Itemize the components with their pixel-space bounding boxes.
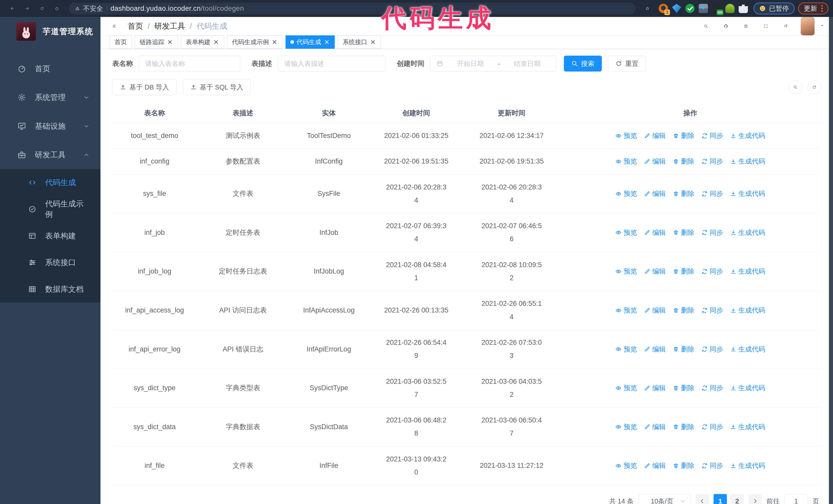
action-预览[interactable]: 预览 (615, 459, 637, 472)
action-预览[interactable]: 预览 (615, 421, 637, 433)
extension-grid-icon[interactable] (699, 4, 708, 13)
action-同步[interactable]: 同步 (701, 265, 723, 278)
sidebar-subitem-系统接口[interactable]: 系统接口 (0, 249, 100, 276)
refresh-table-button[interactable] (807, 80, 821, 94)
action-生成代码[interactable]: 生成代码 (730, 129, 765, 142)
action-编辑[interactable]: 编辑 (644, 421, 666, 433)
action-同步[interactable]: 同步 (701, 226, 723, 239)
action-删除[interactable]: 删除 (673, 187, 694, 200)
action-同步[interactable]: 同步 (701, 343, 723, 356)
action-编辑[interactable]: 编辑 (644, 155, 666, 168)
tab-代码生成示例[interactable]: 代码生成示例 (227, 35, 282, 49)
tab-close-icon[interactable] (213, 39, 219, 45)
prev-page-button[interactable] (696, 494, 709, 504)
sidebar-subitem-数据库文档[interactable]: 数据库文档 (0, 276, 100, 303)
extension-puzzle-icon[interactable] (739, 4, 748, 13)
action-预览[interactable]: 预览 (615, 382, 637, 394)
action-编辑[interactable]: 编辑 (644, 226, 666, 239)
browser-menu-icon[interactable] (821, 5, 823, 12)
action-预览[interactable]: 预览 (615, 265, 637, 278)
tab-系统接口[interactable]: 系统接口 (338, 35, 381, 49)
action-生成代码[interactable]: 生成代码 (730, 226, 765, 239)
extension-gem-icon[interactable] (672, 4, 681, 13)
tab-链路追踪[interactable]: 链路追踪 (135, 35, 178, 49)
table-name-input[interactable]: 请输入表名称 (139, 56, 240, 72)
sidebar-item-研发工具[interactable]: 研发工具 (0, 141, 100, 169)
action-编辑[interactable]: 编辑 (644, 129, 666, 142)
action-预览[interactable]: 预览 (615, 343, 637, 356)
action-生成代码[interactable]: 生成代码 (730, 343, 765, 356)
reset-button[interactable]: 重置 (608, 56, 646, 72)
action-删除[interactable]: 删除 (673, 343, 694, 356)
action-预览[interactable]: 预览 (615, 187, 637, 200)
action-删除[interactable]: 删除 (673, 226, 694, 239)
tab-表单构建[interactable]: 表单构建 (181, 35, 224, 49)
tab-close-icon[interactable] (167, 39, 173, 45)
action-同步[interactable]: 同步 (701, 129, 723, 142)
action-编辑[interactable]: 编辑 (644, 187, 666, 200)
avatar-caret-icon[interactable] (820, 24, 824, 29)
tab-close-icon[interactable] (324, 39, 330, 45)
action-生成代码[interactable]: 生成代码 (730, 304, 765, 317)
import-db-button[interactable]: 基于 DB 导入 (112, 79, 176, 95)
action-同步[interactable]: 同步 (701, 155, 723, 168)
action-删除[interactable]: 删除 (673, 382, 694, 394)
date-range-input[interactable]: 开始日期 - 结束日期 (430, 56, 556, 72)
action-生成代码[interactable]: 生成代码 (730, 421, 765, 433)
tab-close-icon[interactable] (370, 39, 376, 45)
action-删除[interactable]: 删除 (673, 155, 694, 168)
help-icon[interactable] (741, 21, 751, 31)
sidebar-subitem-表单构建[interactable]: 表单构建 (0, 222, 100, 249)
action-删除[interactable]: 删除 (673, 304, 694, 317)
page-button-1[interactable]: 1 (714, 494, 727, 504)
browser-back-icon[interactable] (7, 3, 18, 14)
table-desc-input[interactable]: 请输入表描述 (278, 56, 385, 72)
github-icon[interactable] (721, 21, 731, 31)
action-预览[interactable]: 预览 (615, 226, 637, 239)
breadcrumb-home[interactable]: 首页 (128, 21, 143, 31)
goto-page-input[interactable] (784, 494, 808, 504)
paused-badge[interactable]: 已暂停 (754, 3, 794, 14)
header-search-icon[interactable] (701, 21, 711, 31)
import-sql-button[interactable]: 基于 SQL 导入 (183, 79, 251, 95)
font-size-icon[interactable] (781, 21, 791, 31)
sidebar-item-基础设施[interactable]: 基础设施 (0, 112, 100, 141)
action-同步[interactable]: 同步 (701, 187, 723, 200)
action-预览[interactable]: 预览 (615, 155, 637, 168)
action-编辑[interactable]: 编辑 (644, 459, 666, 472)
app-logo[interactable]: 芋道管理系统 (0, 17, 100, 46)
breadcrumb-tools[interactable]: 研发工具 (154, 21, 185, 31)
action-同步[interactable]: 同步 (701, 304, 723, 317)
action-编辑[interactable]: 编辑 (644, 343, 666, 356)
hamburger-icon[interactable] (109, 21, 120, 32)
action-删除[interactable]: 删除 (673, 421, 694, 433)
action-删除[interactable]: 删除 (673, 265, 694, 278)
action-生成代码[interactable]: 生成代码 (730, 187, 765, 200)
search-button[interactable]: 搜索 (564, 56, 602, 72)
action-同步[interactable]: 同步 (701, 382, 723, 394)
next-page-button[interactable] (748, 494, 762, 504)
extension-dark-icon[interactable]: on (712, 4, 721, 13)
page-button-2[interactable]: 2 (731, 494, 744, 504)
action-生成代码[interactable]: 生成代码 (730, 265, 765, 278)
bookmark-star-icon[interactable] (642, 3, 653, 14)
sidebar-item-系统管理[interactable]: 系统管理 (0, 83, 100, 112)
action-生成代码[interactable]: 生成代码 (730, 459, 765, 472)
action-预览[interactable]: 预览 (615, 129, 637, 142)
extension-check-green-icon[interactable] (685, 4, 695, 13)
address-bar[interactable]: 不安全 dashboard.yudao.iocoder.cn/tool/code… (69, 3, 636, 14)
action-同步[interactable]: 同步 (701, 459, 723, 472)
fullscreen-icon[interactable] (761, 21, 771, 31)
browser-forward-icon[interactable] (22, 3, 33, 14)
action-编辑[interactable]: 编辑 (644, 382, 666, 394)
action-删除[interactable]: 删除 (673, 129, 694, 142)
extension-circle-orange-icon[interactable]: 1 (659, 4, 668, 13)
action-同步[interactable]: 同步 (701, 421, 723, 433)
tab-代码生成[interactable]: 代码生成 (286, 35, 335, 49)
update-button[interactable]: 更新 (798, 3, 828, 14)
sidebar-item-首页[interactable]: 首页 (0, 54, 100, 83)
action-编辑[interactable]: 编辑 (644, 304, 666, 317)
page-size-select[interactable]: 10条/页 (638, 494, 691, 504)
sidebar-subitem-代码生成[interactable]: 代码生成 (0, 169, 100, 196)
action-编辑[interactable]: 编辑 (644, 265, 666, 278)
